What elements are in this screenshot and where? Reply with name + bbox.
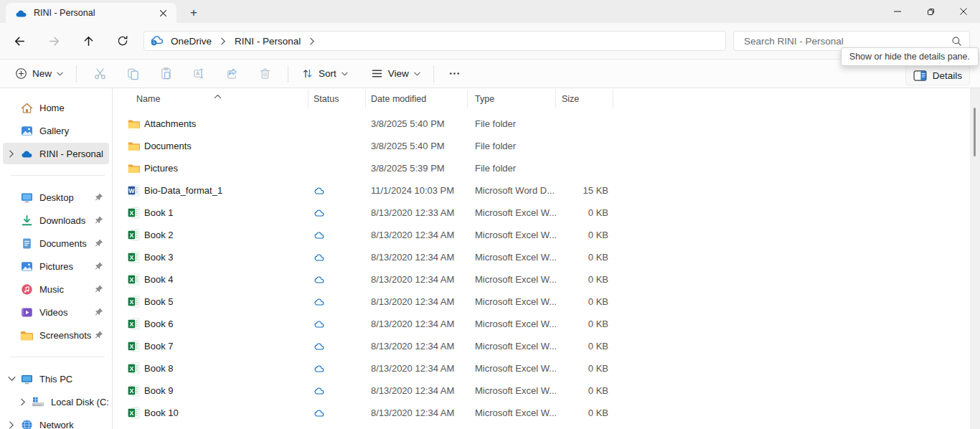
- chevron-right-icon[interactable]: [216, 37, 230, 45]
- breadcrumb-onedrive[interactable]: OneDrive: [166, 34, 216, 48]
- table-row[interactable]: XBook 58/13/2020 12:34 AMMicrosoft Excel…: [113, 291, 970, 313]
- cut-icon[interactable]: [85, 62, 114, 85]
- delete-icon[interactable]: [250, 62, 279, 85]
- sidebar-item-music[interactable]: Music: [3, 278, 109, 300]
- column-header-date-modified[interactable]: Date modified: [366, 90, 468, 108]
- disk-icon: [32, 395, 44, 408]
- scrollbar-thumb[interactable]: [974, 108, 976, 156]
- chevron-right-icon[interactable]: [305, 37, 319, 45]
- new-tab-button[interactable]: +: [184, 4, 204, 22]
- status-cell: [308, 320, 366, 329]
- date-modified: 8/13/2020 12:34 AM: [366, 319, 468, 329]
- file-size: 0 KB: [556, 319, 613, 329]
- videos-icon: [20, 306, 33, 319]
- table-row[interactable]: XBook 68/13/2020 12:34 AMMicrosoft Excel…: [113, 313, 970, 335]
- table-row[interactable]: Pictures3/8/2025 5:39 PMFile folder: [113, 157, 970, 179]
- view-button[interactable]: View: [364, 63, 427, 84]
- tab-close-icon[interactable]: [155, 5, 171, 21]
- chevron-down-icon: [414, 72, 420, 76]
- gallery-icon: [20, 124, 33, 137]
- file-list: Name Status Date modified Type Size Atta…: [113, 88, 970, 429]
- sidebar-item-gallery[interactable]: Gallery: [3, 120, 109, 141]
- date-modified: 8/13/2020 12:33 AM: [366, 207, 468, 218]
- sidebar-item-local-disk-c[interactable]: Local Disk (C:): [3, 391, 109, 412]
- file-name: Book 4: [144, 274, 173, 285]
- date-modified: 8/13/2020 12:34 AM: [366, 341, 468, 352]
- sidebar-item-label: Network: [39, 420, 109, 429]
- breadcrumb-rini-personal[interactable]: RINI - Personal: [230, 34, 305, 48]
- table-row[interactable]: XBook 18/13/2020 12:33 AMMicrosoft Excel…: [113, 202, 970, 224]
- status-cell: [308, 364, 366, 373]
- pin-icon: [93, 262, 105, 270]
- details-button-label: Details: [933, 70, 962, 81]
- refresh-button[interactable]: [110, 29, 136, 53]
- cloud-status-icon: [314, 320, 324, 329]
- chevron-down-icon: [57, 72, 63, 76]
- vertical-scrollbar[interactable]: [970, 88, 980, 429]
- toolbar-divider: [433, 65, 434, 82]
- sidebar-item-videos[interactable]: Videos: [3, 301, 109, 323]
- forward-button[interactable]: [41, 29, 67, 53]
- new-button[interactable]: New: [9, 63, 70, 84]
- share-icon[interactable]: [217, 62, 246, 85]
- svg-text:X: X: [130, 410, 134, 417]
- sidebar-item-network[interactable]: Network: [3, 414, 109, 429]
- search-icon[interactable]: [951, 36, 962, 47]
- chevron-right-icon[interactable]: [14, 398, 32, 406]
- copy-icon[interactable]: [118, 62, 147, 85]
- file-name: Book 1: [144, 207, 173, 218]
- chevron-right-icon[interactable]: [3, 150, 20, 158]
- sidebar-item-downloads[interactable]: Downloads: [3, 209, 109, 231]
- restore-button[interactable]: [914, 0, 947, 23]
- table-row[interactable]: Documents3/8/2025 5:40 PMFile folder: [113, 135, 970, 157]
- pin-icon: [93, 308, 105, 316]
- paste-icon[interactable]: [151, 62, 180, 85]
- status-cell: [308, 209, 366, 217]
- table-row[interactable]: XBook 28/13/2020 12:34 AMMicrosoft Excel…: [113, 224, 970, 246]
- sidebar-item-desktop[interactable]: Desktop: [3, 187, 109, 208]
- more-options-icon[interactable]: [443, 62, 467, 85]
- column-header-type[interactable]: Type: [468, 90, 556, 108]
- excel-icon: X: [128, 407, 140, 419]
- search-input[interactable]: [744, 36, 951, 47]
- table-row[interactable]: XBook 108/13/2020 12:34 AMMicrosoft Exce…: [113, 402, 970, 424]
- file-size: 0 KB: [556, 230, 613, 240]
- svg-text:X: X: [130, 321, 134, 328]
- file-type: Microsoft Excel W...: [468, 407, 556, 418]
- table-row[interactable]: XBook 98/13/2020 12:34 AMMicrosoft Excel…: [113, 380, 970, 402]
- table-row[interactable]: XBook 78/13/2020 12:34 AMMicrosoft Excel…: [113, 335, 970, 357]
- chevron-down-icon[interactable]: [3, 376, 20, 382]
- table-row[interactable]: XBook 48/13/2020 12:34 AMMicrosoft Excel…: [113, 268, 970, 291]
- file-type: Microsoft Excel W...: [468, 252, 556, 263]
- file-type: File folder: [468, 163, 556, 174]
- rename-icon[interactable]: [184, 62, 213, 85]
- sidebar-item-rini-personal[interactable]: RINI - Personal: [3, 143, 109, 164]
- excel-icon: X: [128, 296, 140, 308]
- file-size: 0 KB: [556, 407, 613, 418]
- sort-button[interactable]: Sort: [295, 63, 354, 84]
- chevron-right-icon[interactable]: [3, 421, 20, 429]
- column-header-size[interactable]: Size: [556, 90, 613, 108]
- table-row[interactable]: XBook 88/13/2020 12:34 AMMicrosoft Excel…: [113, 357, 970, 380]
- cloud-status-icon: [314, 231, 324, 240]
- minimize-button[interactable]: [881, 0, 914, 23]
- file-name: Book 7: [144, 341, 173, 352]
- home-icon: [20, 101, 33, 114]
- close-button[interactable]: [947, 0, 980, 23]
- up-button[interactable]: [75, 29, 101, 53]
- cloud-status-icon: [314, 387, 324, 395]
- explorer-tab[interactable]: RINI - Personal: [6, 3, 176, 23]
- table-row[interactable]: XBook 38/13/2020 12:34 AMMicrosoft Excel…: [113, 246, 970, 268]
- table-row[interactable]: Attachments3/8/2025 5:40 PMFile folder: [113, 113, 970, 135]
- sidebar-item-home[interactable]: Home: [3, 97, 109, 118]
- sidebar-item-this-pc[interactable]: This PC: [3, 368, 109, 390]
- date-modified: 3/8/2025 5:40 PM: [366, 118, 468, 129]
- file-type: Microsoft Excel W...: [468, 319, 556, 329]
- back-button[interactable]: [6, 29, 32, 53]
- table-row[interactable]: WBio-Data_format_111/1/2024 10:03 PMMicr…: [113, 179, 970, 202]
- sidebar-item-documents[interactable]: Documents: [3, 232, 109, 254]
- details-pane-button[interactable]: Details: [905, 65, 970, 85]
- column-header-status[interactable]: Status: [308, 90, 366, 108]
- sidebar-item-pictures[interactable]: Pictures: [3, 255, 109, 277]
- sidebar-item-screenshots[interactable]: Screenshots: [3, 324, 109, 346]
